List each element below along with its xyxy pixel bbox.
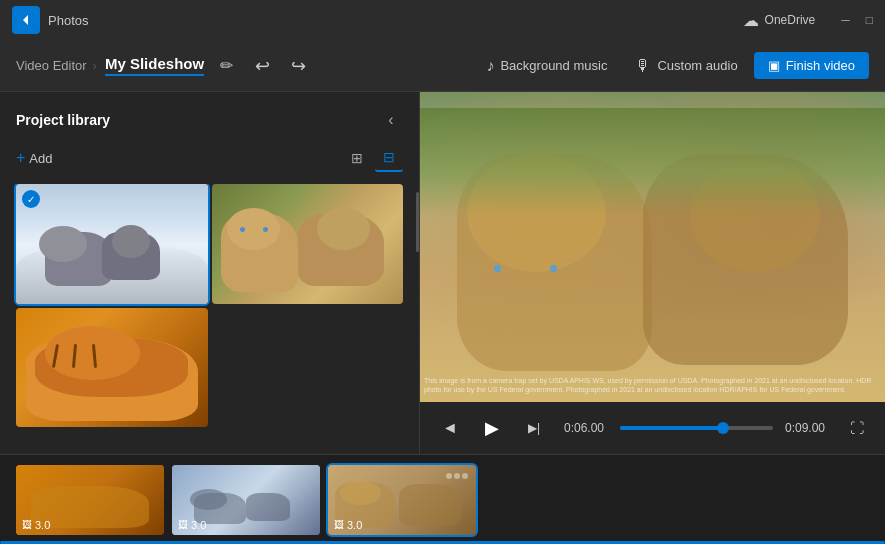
rewind-icon: ◄ (442, 419, 458, 437)
media-library-scroll[interactable]: ✓ (0, 184, 419, 454)
cloud-icon: ☁ (743, 11, 759, 30)
media-grid: ✓ (0, 184, 419, 427)
background-music-label: Background music (500, 58, 607, 73)
finish-video-button[interactable]: ▣ Finish video (754, 52, 869, 79)
top-bar-left: Photos (12, 6, 88, 34)
video-controls: ◄ ▶ ▶| 0:06.00 0:09.00 ⛶ (420, 402, 885, 454)
fullscreen-button[interactable]: ⛶ (845, 416, 869, 440)
media-item[interactable] (16, 308, 208, 428)
onedrive-label: OneDrive (765, 13, 816, 27)
back-button[interactable] (12, 6, 40, 34)
media-item[interactable] (212, 184, 404, 304)
timeline-item-label: 🖼 3.0 (334, 519, 362, 531)
audio-icon: 🎙 (635, 57, 651, 75)
project-library-title: Project library (16, 112, 110, 128)
current-time: 0:06.00 (560, 421, 608, 435)
right-panel: This image is from a camera trap set by … (420, 92, 885, 454)
edit-title-button[interactable]: ✏ (212, 52, 240, 80)
list-view-button[interactable]: ⊟ (375, 144, 403, 172)
media-item[interactable]: ✓ (16, 184, 208, 304)
export-icon: ▣ (768, 58, 780, 73)
toolbar: Video Editor › My Slideshow ✏ ↩ ↪ ♪ Back… (0, 40, 885, 92)
project-library-header: Project library ‹ (0, 92, 419, 144)
background-music-button[interactable]: ♪ Background music (474, 51, 619, 81)
minimize-icon[interactable]: ─ (841, 13, 850, 27)
plus-icon: + (16, 149, 25, 167)
image-icon: 🖼 (178, 519, 188, 530)
timeline-item-label: 🖼 3.0 (178, 519, 206, 531)
timeline-duration: 3.0 (35, 519, 50, 531)
skip-icon: ▶| (528, 421, 540, 435)
breadcrumb: Video Editor › (16, 58, 97, 73)
image-icon: 🖼 (22, 519, 32, 530)
video-preview: This image is from a camera trap set by … (420, 92, 885, 402)
rewind-button[interactable]: ◄ (436, 414, 464, 442)
maximize-icon[interactable]: □ (866, 13, 873, 27)
progress-fill (620, 426, 723, 430)
main-content: Project library ‹ + Add ⊞ ⊟ (0, 92, 885, 454)
image-icon: 🖼 (334, 519, 344, 530)
finish-video-label: Finish video (786, 58, 855, 73)
redo-button[interactable]: ↪ (284, 52, 312, 80)
music-icon: ♪ (486, 57, 494, 75)
onedrive-area: ☁ OneDrive ─ □ (743, 11, 873, 30)
timeline-duration: 3.0 (347, 519, 362, 531)
toolbar-right: ♪ Background music 🎙 Custom audio ▣ Fini… (474, 51, 869, 81)
add-label: Add (29, 151, 52, 166)
top-bar: Photos ☁ OneDrive ─ □ (0, 0, 885, 40)
undo-button[interactable]: ↩ (248, 52, 276, 80)
timeline-duration: 3.0 (191, 519, 206, 531)
video-caption: This image is from a camera trap set by … (420, 376, 885, 398)
progress-bar[interactable] (620, 426, 773, 430)
fullscreen-icon: ⛶ (850, 420, 864, 436)
skip-forward-button[interactable]: ▶| (520, 414, 548, 442)
play-button[interactable]: ▶ (476, 412, 508, 444)
scrollbar[interactable] (416, 192, 419, 252)
toolbar-left: Video Editor › My Slideshow ✏ ↩ ↪ (16, 52, 474, 80)
breadcrumb-separator: › (93, 58, 97, 73)
library-toolbar: + Add ⊞ ⊟ (0, 144, 419, 184)
grid-view-button[interactable]: ⊞ (343, 144, 371, 172)
timeline-item-label: 🖼 3.0 (22, 519, 50, 531)
media-selected-indicator: ✓ (22, 190, 40, 208)
timeline-item[interactable]: 🖼 3.0 (172, 465, 320, 535)
view-toggle: ⊞ ⊟ (343, 144, 403, 172)
slideshow-title: My Slideshow (105, 55, 204, 76)
custom-audio-button[interactable]: 🎙 Custom audio (623, 51, 749, 81)
progress-thumb[interactable] (717, 422, 729, 434)
timeline-item[interactable]: 🖼 3.0 (16, 465, 164, 535)
timeline[interactable]: 🖼 3.0 🖼 3.0 🖼 3.0 (0, 454, 885, 544)
breadcrumb-parent[interactable]: Video Editor (16, 58, 87, 73)
collapse-panel-button[interactable]: ‹ (379, 108, 403, 132)
left-panel: Project library ‹ + Add ⊞ ⊟ (0, 92, 420, 454)
video-frame: This image is from a camera trap set by … (420, 92, 885, 402)
play-icon: ▶ (485, 417, 499, 439)
total-time: 0:09.00 (785, 421, 833, 435)
add-media-button[interactable]: + Add (16, 149, 52, 167)
timeline-item[interactable]: 🖼 3.0 (328, 465, 476, 535)
custom-audio-label: Custom audio (657, 58, 737, 73)
app-title: Photos (48, 13, 88, 28)
